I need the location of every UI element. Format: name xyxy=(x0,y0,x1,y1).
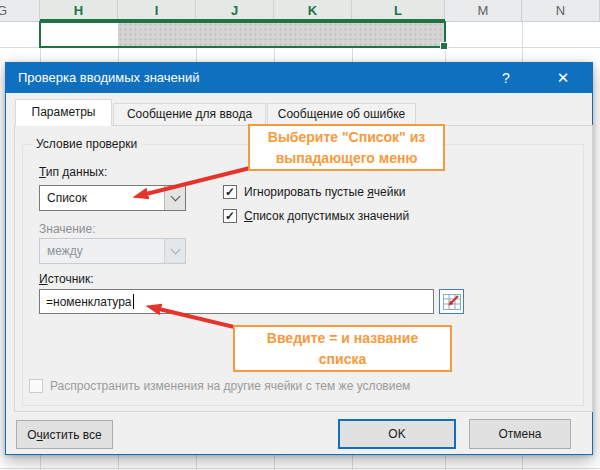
tab-settings[interactable]: Параметры xyxy=(15,99,112,126)
data-validation-dialog: Проверка вводимых значений ? ✕ Параметры… xyxy=(5,62,593,455)
callout-line: Выберите "Список" из xyxy=(250,127,443,148)
data-range-dropdown: между xyxy=(39,238,186,264)
range-selector-icon xyxy=(443,294,461,310)
tab-input-message[interactable]: Сообщение для ввода xyxy=(113,103,266,125)
chevron-down-icon[interactable] xyxy=(164,186,185,210)
ok-button[interactable]: OK xyxy=(338,419,456,449)
cancel-button[interactable]: Отмена xyxy=(469,419,571,449)
clear-all-button[interactable]: Очистить все xyxy=(16,420,113,449)
tab-error-alert[interactable]: Сообщение об ошибке xyxy=(267,103,416,125)
ignore-blank-checkbox[interactable]: ✓ xyxy=(223,185,237,199)
data-range-label: Значение: xyxy=(39,222,96,236)
help-button[interactable]: ? xyxy=(488,63,524,93)
apply-all-checkrow: Распространить изменения на другие ячейк… xyxy=(29,379,410,393)
source-label: Источник: xyxy=(39,272,94,286)
fill-handle[interactable] xyxy=(440,42,448,50)
data-type-dropdown[interactable]: Список xyxy=(39,185,186,211)
dialog-titlebar: Проверка вводимых значений ? ✕ xyxy=(6,63,592,93)
gridline xyxy=(0,468,600,469)
column-header-n[interactable]: N xyxy=(522,0,600,22)
in-cell-dropdown-checkrow: ✓ Список допустимых значений xyxy=(223,209,409,223)
collapse-dialog-button[interactable] xyxy=(439,289,464,314)
selection-range-border xyxy=(39,21,446,48)
callout-line: выпадающего меню xyxy=(250,148,443,169)
dialog-title: Проверка вводимых значений xyxy=(18,70,199,85)
close-icon[interactable]: ✕ xyxy=(541,63,585,93)
data-type-value: Список xyxy=(40,191,164,205)
callout-enter-name: Введите = и название списка xyxy=(233,325,452,372)
text-caret xyxy=(133,294,134,309)
apply-all-checkbox xyxy=(29,379,43,393)
source-input[interactable]: =номенклатура xyxy=(39,289,434,314)
groupbox-label: Условие проверки xyxy=(31,137,142,151)
in-cell-dropdown-checkbox[interactable]: ✓ xyxy=(223,209,237,223)
data-range-value: между xyxy=(40,244,164,258)
apply-all-label: Распространить изменения на другие ячейк… xyxy=(50,379,410,393)
ignore-blank-label: Игнорировать пустые ячейки xyxy=(244,185,405,199)
chevron-down-icon xyxy=(164,239,185,263)
ignore-blank-checkrow: ✓ Игнорировать пустые ячейки xyxy=(223,185,405,199)
in-cell-dropdown-label: Список допустимых значений xyxy=(244,209,409,223)
column-header-m[interactable]: M xyxy=(445,0,522,22)
callout-select-list: Выберите "Список" из выпадающего меню xyxy=(248,124,445,171)
callout-line: списка xyxy=(235,349,450,370)
data-type-label: Тип данных: xyxy=(39,165,107,179)
source-value: =номенклатура xyxy=(46,295,132,309)
column-header-g[interactable]: G xyxy=(0,0,40,22)
callout-line: Введите = и название xyxy=(235,328,450,349)
